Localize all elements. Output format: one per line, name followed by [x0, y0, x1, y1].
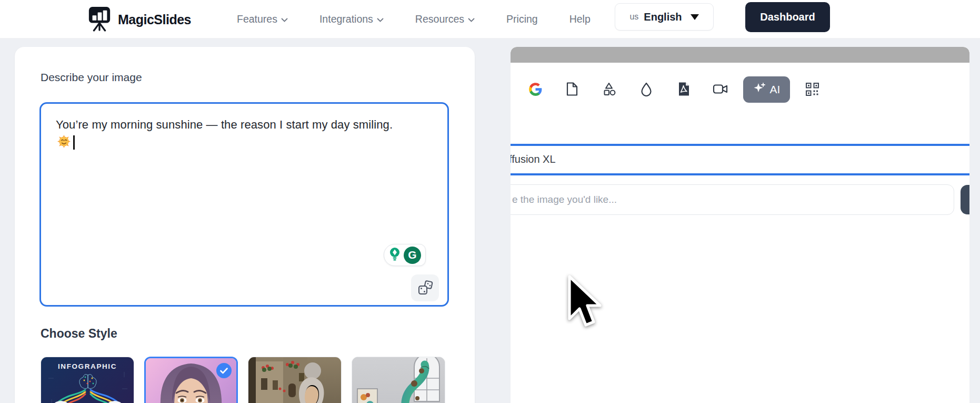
- model-select-value[interactable]: ffusion XL: [511, 153, 556, 165]
- style-options-row: INFOGRAPHIC: [41, 357, 445, 403]
- nav-item-resources[interactable]: Resources: [415, 13, 475, 25]
- nav-item-pricing[interactable]: Pricing: [506, 13, 538, 25]
- ai-button-label: AI: [770, 83, 781, 96]
- grammarly-widget[interactable]: G: [384, 244, 426, 266]
- sun-face-emoji: [57, 134, 71, 151]
- language-label: English: [644, 11, 682, 23]
- grammarly-suggestion-bulb-icon: [388, 247, 401, 263]
- dropdown-caret-icon: [691, 14, 699, 20]
- language-country-code: us: [629, 12, 638, 22]
- droplet-icon[interactable]: [638, 81, 654, 97]
- presentation-board-icon: [87, 5, 112, 34]
- video-camera-icon[interactable]: [713, 81, 728, 97]
- qr-code-icon[interactable]: [804, 81, 820, 97]
- nav-label: Pricing: [506, 13, 538, 25]
- nav-label: Help: [569, 13, 591, 25]
- nav-label: Features: [237, 13, 277, 25]
- chevron-down-icon: [468, 13, 475, 25]
- magicslides-logo[interactable]: MagicSlides: [87, 5, 191, 34]
- shapes-icon[interactable]: [601, 81, 617, 97]
- ai-tool-button[interactable]: AI: [743, 76, 790, 103]
- nav-label: Resources: [415, 13, 464, 25]
- dashboard-button[interactable]: Dashboard: [745, 2, 830, 32]
- chevron-down-icon: [281, 13, 288, 25]
- google-icon[interactable]: [527, 81, 543, 97]
- grammarly-logo-icon: G: [404, 247, 421, 264]
- panel-titlebar[interactable]: [511, 47, 969, 63]
- image-prompt-card: Describe your image You’re my morning su…: [15, 47, 475, 403]
- document-icon[interactable]: [564, 81, 580, 97]
- image-description-textarea[interactable]: You’re my morning sunshine — the reason …: [39, 102, 449, 307]
- nav-item-integrations[interactable]: Integrations: [319, 13, 384, 25]
- infographic-label: INFOGRAPHIC: [41, 362, 134, 370]
- random-prompt-dice-button[interactable]: [411, 274, 439, 301]
- pdf-icon[interactable]: [676, 81, 692, 97]
- selected-check-icon: [216, 363, 232, 378]
- generator-prompt-input[interactable]: [511, 184, 954, 215]
- brand-name: MagicSlides: [118, 12, 191, 27]
- describe-image-title: Describe your image: [41, 71, 142, 84]
- style-option-portrait-selected[interactable]: [144, 357, 238, 403]
- sparkle-icon: [753, 82, 766, 97]
- style-option-gallery-art[interactable]: [352, 357, 445, 403]
- select-bottom-border: [511, 173, 969, 175]
- nav-label: Integrations: [319, 13, 373, 25]
- prompt-text: You’re my morning sunshine — the reason …: [56, 116, 424, 133]
- language-selector[interactable]: us English: [615, 3, 714, 31]
- chevron-down-icon: [377, 13, 384, 25]
- select-top-border: [511, 144, 969, 146]
- nav-item-help[interactable]: Help: [569, 13, 591, 25]
- style-option-infographic[interactable]: INFOGRAPHIC: [41, 357, 134, 403]
- top-navbar: MagicSlides Features Integrations Resour…: [0, 0, 980, 38]
- choose-style-title: Choose Style: [41, 327, 117, 341]
- main-nav: Features Integrations Resources Pricing …: [237, 0, 591, 38]
- mouse-cursor-pointer: [566, 274, 602, 336]
- text-cursor: [73, 135, 75, 150]
- generate-button-clipped[interactable]: [961, 185, 969, 214]
- prompt-second-line: [57, 134, 75, 151]
- nav-item-features[interactable]: Features: [237, 13, 288, 25]
- image-generator-panel: AI ffusion XL: [511, 47, 969, 403]
- style-option-street-photo[interactable]: [248, 357, 342, 403]
